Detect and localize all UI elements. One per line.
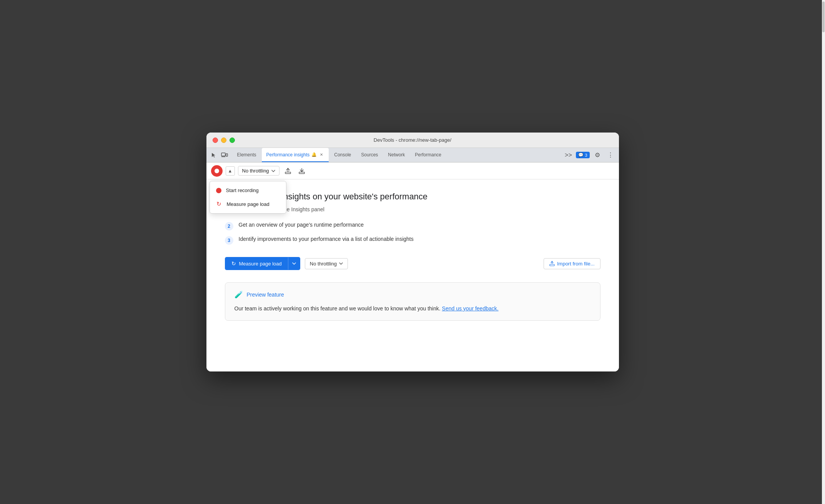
tab-bar: Elements Performance insights 🔔 ✕ Consol… [206,148,619,162]
step-number-2: 2 [225,222,233,230]
svg-rect-1 [226,154,228,156]
tab-console[interactable]: Console [329,148,356,162]
tab-sources[interactable]: Sources [356,148,383,162]
step-item-2: 2 Get an overview of your page's runtime… [225,222,600,230]
devtools-window: DevTools - chrome://new-tab-page/ Elemen… [206,133,619,371]
more-tabs-btn[interactable]: >> [563,150,574,161]
tab-bar-left-icons [210,148,229,162]
preview-feature-box: 🧪 Preview feature Our team is actively w… [225,282,600,321]
more-options-icon[interactable]: ⋮ [605,150,616,161]
svg-rect-0 [221,153,225,156]
tab-close-icon[interactable]: ✕ [319,152,324,158]
step-number-3: 3 [225,236,233,245]
title-bar: DevTools - chrome://new-tab-page/ [206,133,619,148]
export-icon[interactable] [283,166,293,176]
toolbar: ▲ No throttling [206,162,619,179]
window-title: DevTools - chrome://new-tab-page/ [374,137,451,143]
dropdown-arrow-icon [292,262,296,265]
start-recording-item[interactable]: Start recording [210,184,286,197]
record-button-inner [215,169,219,173]
expand-dropdown-button[interactable]: ▲ [226,166,235,176]
tab-network[interactable]: Network [383,148,409,162]
measure-page-load-button[interactable]: ↻ Measure page load [225,257,288,270]
measure-page-load-item[interactable]: ↻ Measure page load [210,197,286,211]
import-from-file-button[interactable]: Import from file... [544,258,600,269]
feedback-badge[interactable]: 💬 3 [576,152,589,158]
actions-row: ↻ Measure page load No throttling [225,257,600,270]
traffic-lights [213,138,235,143]
measure-btn-group: ↻ Measure page load [225,257,300,270]
chevron-down-icon [271,170,275,172]
main-throttle-selector[interactable]: No throttling [305,258,348,269]
reload-icon: ↻ [216,201,222,207]
maximize-button[interactable] [230,138,235,143]
dropdown-menu: Start recording ↻ Measure page load [210,181,286,214]
minimize-button[interactable] [221,138,226,143]
svg-rect-5 [299,172,304,174]
device-icon[interactable] [220,151,229,159]
record-dot-icon [216,188,221,193]
svg-rect-7 [550,264,554,266]
flask-icon: 🧪 [235,290,243,299]
svg-rect-3 [285,172,291,174]
import-icon[interactable] [296,166,307,176]
settings-icon[interactable]: ⚙ [592,150,603,161]
tab-performance-insights[interactable]: Performance insights 🔔 ✕ [262,148,329,162]
upload-icon [549,261,555,266]
feedback-link[interactable]: Send us your feedback. [442,305,499,312]
tab-bar-right: >> 💬 3 ⚙ ⋮ [563,148,615,162]
measure-dropdown-arrow[interactable] [288,257,300,270]
cursor-icon[interactable] [210,151,218,159]
steps-list: 2 Get an overview of your page's runtime… [225,222,600,245]
preview-feature-description: Our team is actively working on this fea… [235,304,591,313]
step-item-3: 3 Identify improvements to your performa… [225,236,600,245]
tab-performance[interactable]: Performance [410,148,446,162]
close-button[interactable] [213,138,218,143]
tab-elements[interactable]: Elements [233,148,261,162]
preview-feature-header: 🧪 Preview feature [235,290,591,299]
throttle-chevron-icon [339,262,343,265]
throttle-selector[interactable]: No throttling [238,166,279,176]
record-button[interactable] [211,165,223,177]
